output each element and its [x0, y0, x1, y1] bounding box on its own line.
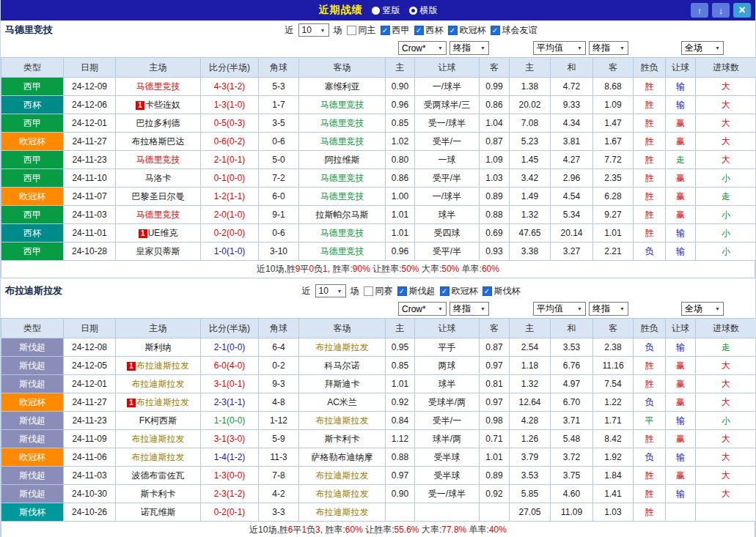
league-badge: 斯伐超 [1, 338, 64, 357]
filter-checkbox[interactable]: 同赛 [364, 285, 393, 297]
away-team[interactable]: 布拉迪斯拉发 [299, 503, 386, 522]
home-team[interactable]: 斯卡利卡 [116, 485, 201, 503]
ah-line: 受球半/两 [415, 393, 480, 412]
home-team[interactable]: 马德里竞技 [116, 78, 201, 96]
home-team[interactable]: 马德里竞技 [116, 206, 201, 224]
score[interactable]: 1-3(1-0) [201, 96, 259, 114]
score[interactable]: 1-2(1-1) [201, 188, 259, 206]
home-team[interactable]: 巴拉多利德 [116, 114, 201, 133]
score[interactable]: 0-2(0-0) [201, 224, 259, 242]
score[interactable]: 0-6(0-2) [201, 133, 259, 151]
ah-index-select[interactable]: 终指▼ [449, 302, 489, 316]
radio-vertical-layout[interactable]: 竖版 [372, 4, 400, 17]
filter-checkbox[interactable]: ✓西杯 [414, 24, 444, 37]
home-team[interactable]: 皇家贝蒂斯 [116, 242, 201, 261]
summary-segment: 单率: [466, 525, 489, 535]
away-team[interactable]: AC米兰 [299, 393, 386, 412]
away-team[interactable]: 萨格勒布迪纳摩 [299, 448, 386, 467]
home-team[interactable]: 波德布雷佐瓦 [116, 467, 201, 485]
eu-draw-odds: 3.53 [551, 338, 593, 357]
away-team[interactable]: 塞维利亚 [299, 78, 386, 96]
score[interactable]: 3-1(0-1) [201, 375, 259, 393]
ah-index-select[interactable]: 终指▼ [449, 41, 489, 55]
home-team[interactable]: 布拉格斯巴达 [116, 133, 201, 151]
away-team[interactable]: 马德里竞技 [299, 133, 386, 151]
filter-checkbox[interactable]: ✓斯伐杯 [482, 285, 521, 297]
average-select[interactable]: 平均值▼ [533, 302, 586, 316]
score[interactable]: 1-4(1-2) [201, 448, 259, 467]
away-team[interactable]: 布拉迪斯拉发 [299, 338, 386, 357]
away-team[interactable]: 马德里竞技 [299, 242, 386, 261]
home-team[interactable]: 诺瓦维斯 [116, 503, 201, 522]
away-team[interactable]: 布拉迪斯拉发 [299, 412, 386, 430]
win-loss-result: 胜 [634, 375, 666, 393]
average-select[interactable]: 平均值▼ [533, 41, 586, 55]
eu-index-select[interactable]: 终指▼ [589, 41, 628, 55]
home-team[interactable]: 1布拉迪斯拉发 [116, 393, 201, 412]
away-team[interactable]: 马德里竞技 [299, 224, 386, 242]
radio-horizontal-layout[interactable]: 横版 [409, 4, 438, 17]
score[interactable]: 0-2(0-1) [201, 503, 259, 522]
score[interactable]: 1-3(0-0) [201, 467, 259, 485]
move-up-button[interactable]: ↑ [691, 3, 708, 18]
home-team[interactable]: 布拉迪斯拉发 [116, 448, 201, 467]
score[interactable]: 2-3(1-1) [201, 393, 259, 412]
away-team[interactable]: 布拉迪斯拉发 [299, 485, 386, 503]
home-team[interactable]: 马德里竞技 [116, 151, 201, 169]
score[interactable]: 0-5(0-3) [201, 114, 259, 133]
away-team[interactable]: 阿拉维斯 [299, 151, 386, 169]
filter-checkbox[interactable]: 同主 [347, 24, 376, 37]
home-team[interactable]: 布拉迪斯拉发 [116, 430, 201, 448]
goals-result: 大 [696, 430, 756, 448]
score[interactable]: 2-1(0-1) [201, 151, 259, 169]
bookmaker-select[interactable]: Crow*▼ [398, 302, 447, 316]
topbar-center: 近期战绩 竖版 横版 [319, 4, 438, 17]
score[interactable]: 1-0(1-0) [201, 242, 259, 261]
away-team[interactable]: 马德里竞技 [299, 169, 386, 188]
home-team[interactable]: 斯利纳 [116, 338, 201, 357]
home-team[interactable]: 1卡些连奴 [116, 96, 201, 114]
win-loss-result: 胜 [634, 485, 666, 503]
away-team[interactable]: 斯卡利卡 [299, 430, 386, 448]
scope-select[interactable]: 全场▼ [681, 41, 724, 55]
away-team[interactable]: 马德里竞技 [299, 96, 386, 114]
away-team[interactable]: 马德里竞技 [299, 114, 386, 133]
away-team[interactable]: 马德里竞技 [299, 188, 386, 206]
filter-checkbox[interactable]: ✓欧冠杯 [448, 24, 486, 37]
away-team[interactable]: 拉斯帕尔马斯 [299, 206, 386, 224]
ah-away-odds: 0.86 [480, 96, 510, 114]
handicap-result: 输 [666, 448, 696, 467]
score[interactable]: 2-0(1-0) [201, 206, 259, 224]
filter-checkbox[interactable]: ✓球会友谊 [491, 24, 537, 37]
home-team[interactable]: FK柯西斯 [116, 412, 201, 430]
score[interactable]: 4-3(1-2) [201, 78, 259, 96]
home-team[interactable]: 1布拉迪斯拉发 [116, 357, 201, 375]
home-team[interactable]: 1UE维克 [116, 224, 201, 242]
home-team[interactable]: 布拉迪斯拉发 [116, 375, 201, 393]
close-button[interactable]: × [733, 3, 751, 18]
eu-index-select[interactable]: 终指▼ [589, 302, 628, 316]
bookmaker-select[interactable]: Crow*▼ [398, 41, 447, 55]
filter-checkbox[interactable]: ✓西甲 [381, 24, 410, 37]
score[interactable]: 2-3(1-2) [201, 485, 259, 503]
away-team[interactable]: 布拉迪斯拉发 [299, 467, 386, 485]
home-team[interactable]: 巴黎圣日尔曼 [116, 188, 201, 206]
filter-checkbox[interactable]: ✓斯伐超 [397, 285, 436, 297]
home-team[interactable]: 马洛卡 [116, 169, 201, 188]
filter-checkbox[interactable]: ✓欧冠杯 [440, 285, 478, 297]
away-team[interactable]: 拜斯迪卡 [299, 375, 386, 393]
match-count-select[interactable]: 10▼ [298, 23, 329, 37]
scope-select[interactable]: 全场▼ [681, 302, 724, 316]
ah-away-odds: 0.92 [480, 485, 510, 503]
score[interactable]: 3-1(3-0) [201, 430, 259, 448]
ah-away-odds: 0.88 [480, 206, 510, 224]
match-count-select[interactable]: 10▼ [315, 284, 346, 297]
score[interactable]: 2-1(0-0) [201, 338, 259, 357]
score[interactable]: 1-1(0-0) [201, 412, 259, 430]
move-down-button[interactable]: ↓ [712, 3, 730, 18]
handicap-result: 赢 [666, 206, 696, 224]
goals-result: 小 [696, 206, 756, 224]
score[interactable]: 0-1(0-0) [201, 169, 259, 188]
score[interactable]: 6-0(4-0) [201, 357, 259, 375]
away-team[interactable]: 科马尔诺 [299, 357, 386, 375]
